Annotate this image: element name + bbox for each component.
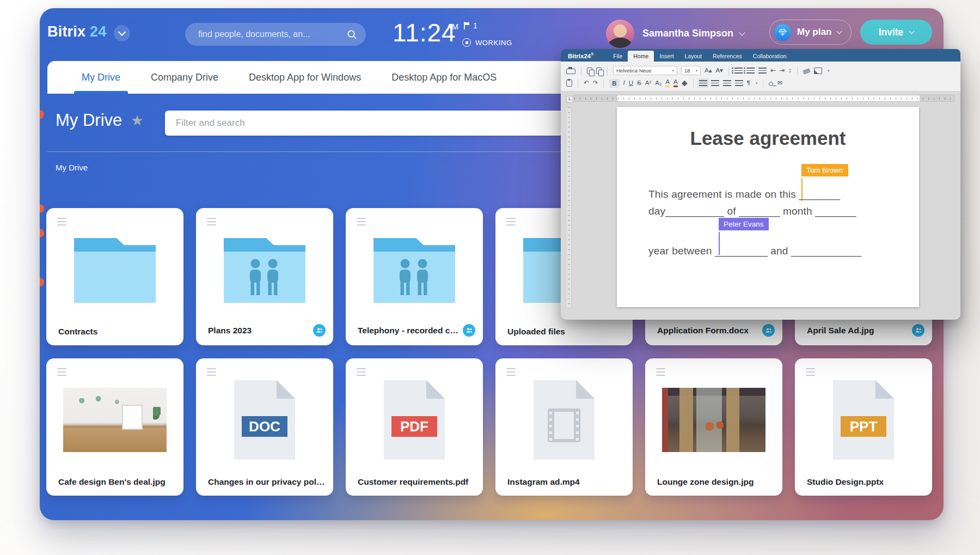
align-justify-icon[interactable] bbox=[735, 80, 743, 86]
strikethrough-button[interactable]: S bbox=[637, 80, 641, 87]
paragraph-mark-icon[interactable]: ¶ bbox=[747, 80, 750, 87]
user-avatar[interactable] bbox=[606, 20, 634, 48]
file-name: Contracts bbox=[58, 327, 176, 337]
tab-desktop-app-macos[interactable]: Desktop App for MacOS bbox=[376, 61, 512, 94]
tab-desktop-app-windows[interactable]: Desktop App for Windows bbox=[234, 61, 376, 94]
grow-font-icon[interactable]: A▴ bbox=[705, 68, 712, 74]
menu-layout[interactable]: Layout bbox=[679, 51, 708, 62]
work-status[interactable]: WORKING bbox=[462, 38, 512, 47]
collaborator-cursor-tom-brown: Tom Brown bbox=[801, 164, 848, 176]
breadcrumb[interactable]: My Drive bbox=[56, 163, 88, 172]
global-search-input[interactable] bbox=[197, 29, 347, 40]
superscript-button[interactable]: A² bbox=[645, 80, 652, 87]
copy-icon[interactable] bbox=[587, 68, 592, 74]
file-card-telephony-recorded-calls[interactable]: Telephony - recorded calls bbox=[346, 208, 483, 345]
user-menu[interactable]: Samantha Simpson bbox=[642, 28, 744, 39]
menu-references[interactable]: References bbox=[707, 51, 748, 62]
shared-badge-icon bbox=[463, 324, 475, 337]
bold-button[interactable]: B bbox=[609, 79, 619, 88]
line-spacing-icon[interactable]: ↕ bbox=[788, 68, 792, 74]
editor-logo: Bitrix24® bbox=[568, 52, 593, 59]
favorite-star-icon[interactable]: ★ bbox=[131, 113, 143, 127]
image-thumbnail bbox=[662, 388, 765, 452]
editor-toolbar: Helvetica Neue▾ 18▾ A▴ A▾ ⇤ ⇥ ↕ ▾ ↶ ↷ B … bbox=[561, 62, 960, 92]
permissions-icon[interactable] bbox=[769, 82, 773, 86]
image-thumbnail bbox=[63, 388, 167, 452]
tab-company-drive[interactable]: Company Drive bbox=[136, 61, 234, 94]
file-icon: DOC bbox=[234, 380, 295, 460]
redo-icon[interactable]: ↷ bbox=[593, 80, 598, 87]
folder-icon bbox=[224, 236, 305, 303]
subscript-button[interactable]: A₂ bbox=[655, 80, 661, 87]
font-family-select[interactable]: Helvetica Neue▾ bbox=[613, 66, 677, 75]
clipboard-icon[interactable] bbox=[566, 80, 572, 87]
screen: Bitrix 24 11:24 AM 1 WORKING Samantha Si… bbox=[0, 0, 980, 555]
flag-count: 1 bbox=[473, 21, 477, 30]
print-icon[interactable] bbox=[566, 69, 575, 74]
vertical-ruler[interactable] bbox=[566, 107, 572, 308]
global-search[interactable] bbox=[185, 23, 366, 46]
my-plan-label: My plan bbox=[797, 27, 831, 38]
italic-button[interactable]: I bbox=[623, 80, 625, 87]
file-card-instagram-ad-mp4[interactable]: Instagram ad.mp4 bbox=[495, 358, 633, 496]
align-center-icon[interactable] bbox=[711, 80, 719, 86]
file-icon: PPT bbox=[833, 380, 894, 460]
invite-label: Invite bbox=[879, 27, 904, 38]
file-name: Instagram ad.mp4 bbox=[507, 477, 625, 487]
file-name: Telephony - recorded calls bbox=[358, 326, 458, 336]
file-card-contracts[interactable]: Contracts bbox=[46, 208, 183, 345]
shading-button[interactable] bbox=[682, 81, 688, 87]
search-icon bbox=[347, 29, 357, 40]
tab-my-drive[interactable]: My Drive bbox=[66, 61, 136, 94]
shared-badge-icon bbox=[762, 324, 775, 337]
file-card-studio-design-pptx[interactable]: PPT Studio Design.pptx bbox=[795, 358, 932, 496]
collaborator-cursor-peter-evans: Peter Evans bbox=[719, 218, 769, 230]
shared-badge-icon bbox=[912, 324, 924, 337]
file-icon: PDF bbox=[384, 380, 445, 460]
multilevel-list-icon[interactable] bbox=[758, 68, 767, 74]
file-card-changes-in-our-privacy-poli[interactable]: DOC Changes in our privacy poli... bbox=[196, 358, 333, 496]
decrease-indent-icon[interactable]: ⇤ bbox=[770, 68, 776, 74]
invite-button[interactable]: Invite bbox=[860, 20, 932, 45]
svg-text:DOC: DOC bbox=[249, 418, 280, 435]
file-card-cafe-design-ben-s-deal-jpg[interactable]: Cafe design Ben's deal.jpg bbox=[46, 358, 183, 496]
align-left-icon[interactable] bbox=[699, 80, 707, 86]
insert-image-icon[interactable] bbox=[814, 68, 822, 74]
plan-gem-circle bbox=[774, 24, 791, 41]
menu-insert[interactable]: Insert bbox=[654, 51, 679, 62]
shrink-font-icon[interactable]: A▾ bbox=[715, 68, 722, 74]
document-text-line: year between _________ and ____________ bbox=[648, 245, 903, 257]
menu-file[interactable]: File bbox=[608, 51, 628, 62]
underline-button[interactable]: U bbox=[629, 80, 633, 87]
tab-stop-selector[interactable]: L bbox=[566, 96, 573, 103]
horizontal-ruler[interactable] bbox=[574, 95, 955, 102]
file-card-plans-2023[interactable]: Plans 2023 bbox=[196, 208, 333, 345]
undo-icon[interactable]: ↶ bbox=[584, 80, 589, 87]
align-right-icon[interactable] bbox=[723, 80, 731, 86]
folder-icon bbox=[373, 236, 455, 303]
logo-menu-button[interactable] bbox=[114, 25, 130, 41]
file-card-lounge-zone-design-jpg[interactable]: Lounge zone design.jpg bbox=[645, 358, 782, 496]
menu-home[interactable]: Home bbox=[628, 51, 654, 62]
file-card-customer-requirements-pdf[interactable]: PDF Customer requirements.pdf bbox=[346, 358, 483, 496]
file-name: Studio Design.pptx bbox=[807, 477, 924, 487]
file-name: April Sale Ad.jpg bbox=[807, 326, 908, 336]
document-page[interactable]: Lease agreement Tom Brown Peter Evans Th… bbox=[617, 107, 919, 307]
font-size-select[interactable]: 18▾ bbox=[681, 66, 701, 75]
flag-icon bbox=[463, 22, 470, 29]
bullet-list-icon[interactable] bbox=[734, 68, 743, 74]
font-color-button[interactable]: A bbox=[673, 79, 678, 87]
svg-text:PDF: PDF bbox=[400, 418, 428, 435]
paste-icon[interactable] bbox=[596, 68, 602, 74]
document-text-line: This agreement is made on this _______ bbox=[648, 188, 903, 200]
menu-collaboration[interactable]: Collaboration bbox=[748, 51, 792, 62]
mail-icon[interactable]: ✉ bbox=[777, 80, 782, 87]
flag-counter[interactable]: 1 bbox=[463, 21, 477, 30]
folder-icon bbox=[74, 236, 156, 303]
numbered-list-icon[interactable] bbox=[746, 68, 755, 74]
highlight-color-button[interactable]: A bbox=[665, 79, 670, 87]
increase-indent-icon[interactable]: ⇥ bbox=[780, 68, 785, 74]
svg-text:PPT: PPT bbox=[850, 418, 878, 435]
my-plan-button[interactable]: My plan bbox=[769, 20, 852, 45]
clear-format-icon[interactable] bbox=[803, 68, 811, 75]
